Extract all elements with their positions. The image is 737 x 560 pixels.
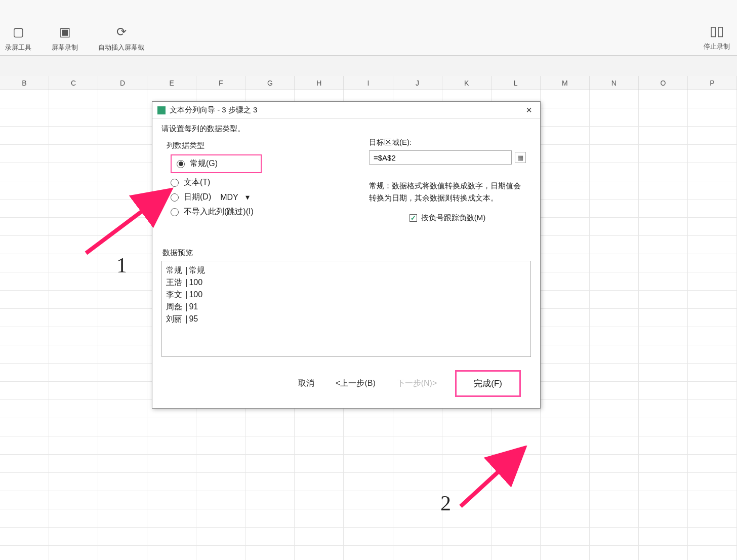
cell[interactable] [98,509,147,527]
cell[interactable] [0,127,49,144]
cell[interactable] [639,509,688,527]
cell[interactable] [49,418,98,436]
cell[interactable] [590,181,639,199]
cell[interactable] [0,236,49,254]
finish-button[interactable]: 完成(F) [455,370,521,397]
cell[interactable] [147,455,196,472]
cell[interactable] [590,254,639,272]
cell[interactable] [98,528,147,545]
date-format-select[interactable]: MDY [220,193,238,202]
column-header[interactable]: L [492,76,541,90]
cell[interactable] [98,145,147,163]
cell[interactable] [688,108,737,126]
cell[interactable] [639,364,688,381]
cell[interactable] [541,364,590,381]
cell[interactable] [393,455,442,472]
cell[interactable] [245,473,295,491]
cell[interactable] [541,382,590,399]
cell[interactable] [98,199,147,217]
cell[interactable] [344,509,393,527]
cell[interactable] [147,491,196,509]
cell[interactable] [147,418,196,436]
cell[interactable] [442,528,492,545]
cell[interactable] [98,327,147,345]
cell[interactable] [49,199,98,217]
cell[interactable] [688,291,737,308]
cell[interactable] [639,473,688,491]
cell[interactable] [541,509,590,527]
cell[interactable] [344,546,393,560]
cell[interactable] [442,473,492,491]
cell[interactable] [590,491,639,509]
cell[interactable] [295,473,344,491]
cell[interactable] [688,272,737,290]
cell[interactable] [541,108,590,126]
column-header[interactable]: C [49,76,98,90]
cell[interactable] [541,163,590,181]
cell[interactable] [688,145,737,163]
cell[interactable] [98,108,147,126]
cell[interactable] [541,327,590,345]
cell[interactable] [688,181,737,199]
cell[interactable] [590,236,639,254]
cell[interactable] [639,327,688,345]
cell[interactable] [393,436,442,454]
cell[interactable] [49,90,98,108]
cell[interactable] [492,528,541,545]
cell[interactable] [98,418,147,436]
cell[interactable] [49,108,98,126]
ribbon-item-3[interactable]: ⟳ 自动插入屏幕截 [98,23,144,52]
cell[interactable] [442,455,492,472]
cell[interactable] [49,436,98,454]
cell[interactable] [49,364,98,381]
cell[interactable] [590,418,639,436]
negative-checkbox-row[interactable]: ✓ 按负号跟踪负数(M) [369,213,526,223]
cell[interactable] [49,181,98,199]
cell[interactable] [541,546,590,560]
cell[interactable] [639,400,688,418]
back-button[interactable]: <上一步(B) [333,376,379,391]
column-header[interactable]: E [147,76,196,90]
cell[interactable] [541,291,590,308]
cell[interactable] [541,436,590,454]
cell[interactable] [98,181,147,199]
cell[interactable] [245,436,295,454]
cell[interactable] [0,309,49,327]
cell[interactable] [295,528,344,545]
cancel-button[interactable]: 取消 [295,376,317,391]
cell[interactable] [541,236,590,254]
cell[interactable] [0,491,49,509]
range-picker-icon[interactable]: ▦ [515,152,526,163]
cell[interactable] [196,473,245,491]
cell[interactable] [688,436,737,454]
cell[interactable] [442,509,492,527]
cell[interactable] [688,455,737,472]
cell[interactable] [98,400,147,418]
cell[interactable] [196,436,245,454]
cell[interactable] [49,509,98,527]
cell[interactable] [688,90,737,108]
cell[interactable] [196,528,245,545]
cell[interactable] [442,546,492,560]
cell[interactable] [49,345,98,363]
cell[interactable] [196,418,245,436]
target-input[interactable] [369,150,512,165]
cell[interactable] [688,528,737,545]
cell[interactable] [639,528,688,545]
cell[interactable] [590,364,639,381]
cell[interactable] [541,418,590,436]
column-header[interactable]: D [98,76,147,90]
cell[interactable] [590,327,639,345]
column-header[interactable]: G [245,76,295,90]
cell[interactable] [590,309,639,327]
cell[interactable] [541,145,590,163]
cell[interactable] [49,546,98,560]
cell[interactable] [49,400,98,418]
cell[interactable] [590,163,639,181]
cell[interactable] [98,345,147,363]
cell[interactable] [98,364,147,381]
cell[interactable] [0,473,49,491]
cell[interactable] [0,418,49,436]
cell[interactable] [393,546,442,560]
cell[interactable] [0,382,49,399]
